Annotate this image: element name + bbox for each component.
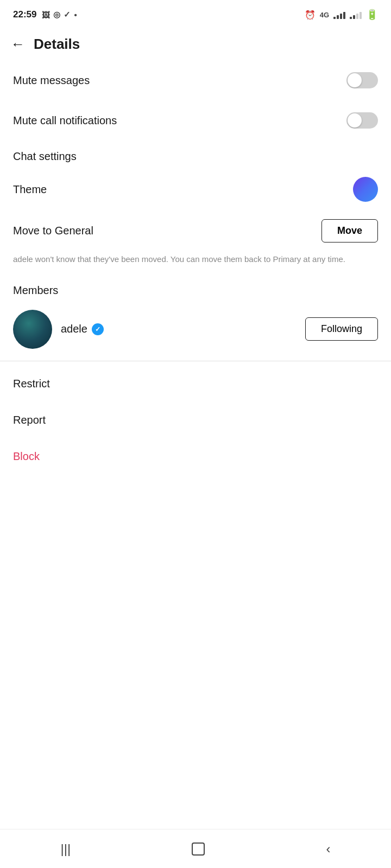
mute-messages-label: Mute messages [13, 74, 90, 87]
signal-bars-1 [333, 10, 345, 19]
nav-back-icon[interactable]: ‹ [326, 841, 330, 857]
theme-row: Theme [0, 168, 391, 210]
divider [0, 361, 391, 361]
status-right-icons: ⏰ 4G 🔋 [305, 9, 378, 21]
member-name-row: adele ✓ [61, 323, 104, 335]
chat-settings-label: Chat settings [0, 141, 391, 168]
check-icon: ✓ [64, 10, 71, 20]
status-icons: 🖼 ◎ ✓ • [42, 10, 77, 20]
bottom-nav: ||| ‹ [0, 829, 391, 868]
mute-calls-row: Mute call notifications [0, 100, 391, 141]
move-button[interactable]: Move [321, 219, 378, 242]
signal-bars-2 [350, 10, 362, 19]
verified-check-icon: ✓ [95, 326, 100, 333]
nav-home-icon[interactable] [192, 843, 205, 856]
image-icon: 🖼 [42, 10, 50, 20]
move-hint-text: adele won't know that they've been moved… [0, 251, 391, 276]
status-bar: 22:59 🖼 ◎ ✓ • ⏰ 4G 🔋 [0, 0, 391, 28]
verified-badge: ✓ [92, 323, 104, 335]
whatsapp-icon: ◎ [53, 10, 60, 20]
page-title: Details [34, 36, 80, 53]
theme-label: Theme [13, 183, 47, 196]
move-to-general-row: Move to General Move [0, 210, 391, 251]
block-item[interactable]: Block [0, 438, 391, 475]
avatar[interactable] [13, 310, 52, 349]
following-button[interactable]: Following [305, 317, 378, 341]
nav-recents-icon[interactable]: ||| [61, 841, 71, 857]
member-row: adele ✓ Following [0, 304, 391, 356]
mute-calls-toggle[interactable] [346, 112, 378, 129]
mute-messages-row: Mute messages [0, 60, 391, 100]
mute-calls-label: Mute call notifications [13, 114, 117, 127]
network-type: 4G [320, 11, 329, 19]
theme-color-circle[interactable] [353, 177, 378, 202]
dot-icon: • [74, 10, 77, 20]
content: Mute messages Mute call notifications Ch… [0, 60, 391, 475]
move-to-general-label: Move to General [13, 225, 93, 237]
status-time: 22:59 [13, 9, 36, 20]
report-item[interactable]: Report [0, 402, 391, 438]
member-info: adele ✓ [13, 310, 104, 349]
mute-messages-toggle[interactable] [346, 72, 378, 88]
header: ← Details [0, 28, 391, 60]
restrict-item[interactable]: Restrict [0, 366, 391, 402]
back-button[interactable]: ← [11, 36, 25, 53]
member-name[interactable]: adele [61, 323, 87, 335]
battery-icon: 🔋 [366, 9, 378, 21]
alarm-icon: ⏰ [305, 10, 316, 20]
members-section-label: Members [0, 276, 391, 304]
